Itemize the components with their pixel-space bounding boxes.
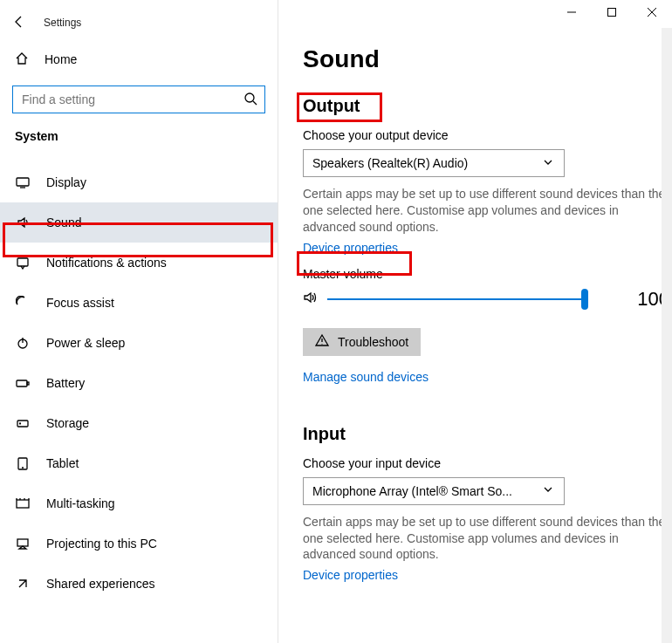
shared-icon <box>15 577 31 591</box>
sidebar-item-display[interactable]: Display <box>0 162 278 202</box>
minimize-button[interactable] <box>552 0 592 24</box>
content: Sound Output Choose your output device S… <box>278 0 672 643</box>
output-device-properties-link[interactable]: Device properties <box>303 241 398 255</box>
sidebar-item-label: Focus assist <box>46 296 114 310</box>
input-device-select[interactable]: Microphone Array (Intel® Smart So... <box>303 477 565 505</box>
output-device-select[interactable]: Speakers (Realtek(R) Audio) <box>303 149 565 177</box>
storage-icon <box>15 416 31 430</box>
output-helptext: Certain apps may be set up to use differ… <box>303 186 669 236</box>
sidebar-item-multitasking[interactable]: Multi-tasking <box>0 483 278 523</box>
topbar: Settings <box>0 3 278 42</box>
output-choose-label: Choose your output device <box>303 128 672 142</box>
multitasking-icon <box>15 496 31 510</box>
sidebar-item-label: Projecting to this PC <box>46 537 157 551</box>
sound-icon <box>15 215 31 229</box>
svg-point-7 <box>20 423 21 424</box>
focus-assist-icon <box>15 296 31 310</box>
projecting-icon <box>15 537 31 551</box>
sidebar-item-label: Power & sleep <box>46 336 125 350</box>
manage-sound-devices-link[interactable]: Manage sound devices <box>303 370 429 384</box>
chevron-down-icon <box>541 155 555 172</box>
sidebar-item-projecting[interactable]: Projecting to this PC <box>0 523 278 564</box>
sidebar-item-storage[interactable]: Storage <box>0 403 278 443</box>
svg-point-0 <box>245 93 254 102</box>
scrollbar[interactable] <box>662 28 672 643</box>
speaker-icon[interactable] <box>303 291 317 307</box>
svg-rect-5 <box>27 382 29 385</box>
chevron-down-icon <box>541 482 555 499</box>
svg-rect-4 <box>17 380 27 386</box>
search-icon <box>243 92 257 108</box>
troubleshoot-button[interactable]: Troubleshoot <box>303 328 421 356</box>
sidebar-item-battery[interactable]: Battery <box>0 363 278 403</box>
sidebar-item-sound[interactable]: Sound <box>0 202 278 243</box>
sidebar-item-tablet[interactable]: Tablet <box>0 443 278 483</box>
warning-icon <box>315 333 329 350</box>
notifications-icon <box>15 256 31 270</box>
app-title: Settings <box>44 17 81 29</box>
maximize-button[interactable] <box>592 0 632 24</box>
svg-rect-6 <box>17 421 28 427</box>
sidebar-item-label: Storage <box>46 416 89 430</box>
input-device-properties-link[interactable]: Device properties <box>303 568 398 582</box>
sidebar-item-label: Battery <box>46 376 85 390</box>
sidebar-item-shared-experiences[interactable]: Shared experiences <box>0 564 278 604</box>
slider-thumb[interactable] <box>581 289 588 310</box>
battery-icon <box>15 376 31 390</box>
home-label: Home <box>45 52 77 66</box>
back-button[interactable] <box>12 15 26 31</box>
power-icon <box>15 336 31 350</box>
output-device-value: Speakers (Realtek(R) Audio) <box>312 156 468 170</box>
display-icon <box>15 175 31 189</box>
svg-rect-1 <box>17 178 29 186</box>
sidebar-home[interactable]: Home <box>0 42 278 77</box>
input-device-value: Microphone Array (Intel® Smart So... <box>312 484 512 498</box>
sidebar-item-focus-assist[interactable]: Focus assist <box>0 283 278 323</box>
sidebar-item-power-sleep[interactable]: Power & sleep <box>0 323 278 363</box>
input-heading: Input <box>303 424 346 444</box>
svg-rect-10 <box>17 539 28 546</box>
home-icon <box>15 51 29 68</box>
search-field[interactable] <box>20 92 243 107</box>
sidebar-item-label: Multi-tasking <box>46 496 115 510</box>
sidebar-item-label: Notifications & actions <box>46 256 167 270</box>
svg-rect-2 <box>17 258 28 266</box>
input-helptext: Certain apps may be set up to use differ… <box>303 514 669 564</box>
volume-slider[interactable] <box>327 289 588 310</box>
output-heading: Output <box>303 96 360 116</box>
svg-rect-9 <box>17 500 29 508</box>
sidebar: Settings Home System Display <box>0 0 278 643</box>
slider-track <box>327 298 588 300</box>
sidebar-item-label: Shared experiences <box>46 577 155 591</box>
sidebar-item-notifications[interactable]: Notifications & actions <box>0 243 278 283</box>
svg-rect-11 <box>608 9 616 17</box>
search-input[interactable] <box>12 86 265 113</box>
input-choose-label: Choose your input device <box>303 456 672 470</box>
page-title: Sound <box>303 45 672 73</box>
troubleshoot-label: Troubleshoot <box>338 335 408 349</box>
sidebar-item-label: Tablet <box>46 456 79 470</box>
tablet-icon <box>15 456 31 470</box>
master-volume-label: Master volume <box>303 267 672 281</box>
sidebar-item-label: Sound <box>46 215 81 229</box>
sidebar-section-title: System <box>0 129 278 150</box>
sidebar-item-label: Display <box>46 175 86 189</box>
close-button[interactable] <box>632 0 672 24</box>
window-controls <box>552 0 672 24</box>
